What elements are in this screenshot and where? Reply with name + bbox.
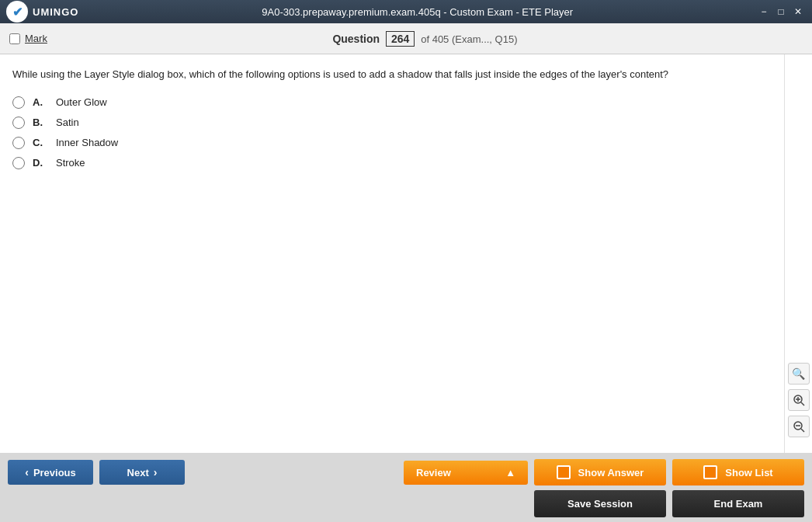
question-number: 264 (386, 31, 415, 47)
previous-label: Previous (33, 467, 76, 478)
restore-button[interactable]: □ (773, 4, 789, 19)
option-item-c[interactable]: C.Inner Shadow (12, 137, 772, 149)
logo-circle: ✔ (6, 1, 28, 23)
zoom-out-icon-button[interactable] (788, 416, 810, 437)
option-text-b: Satin (56, 117, 79, 128)
option-item-b[interactable]: B.Satin (12, 117, 772, 129)
show-list-label: Show List (725, 467, 772, 478)
option-text-a: Outer Glow (56, 96, 107, 108)
question-text: While using the Layer Style dialog box, … (12, 67, 772, 82)
option-text-c: Inner Shadow (56, 137, 118, 148)
save-session-button[interactable]: Save Session (534, 490, 666, 517)
question-label: Question (332, 33, 380, 45)
option-item-a[interactable]: A.Outer Glow (12, 96, 772, 109)
save-session-label: Save Session (567, 498, 633, 510)
logo-text: UMINGO (33, 6, 78, 18)
minimize-button[interactable]: − (756, 4, 772, 19)
logo-check-icon: ✔ (12, 5, 23, 19)
right-sidebar: 🔍 (784, 54, 812, 453)
mark-checkbox-input[interactable] (9, 33, 20, 44)
zoom-in-icon-button[interactable] (788, 389, 810, 411)
question-of-total: of 405 (Exam..., Q15) (421, 33, 517, 45)
show-list-button[interactable]: Show List (672, 459, 804, 485)
option-label-b: B. (33, 117, 48, 128)
main-area: While using the Layer Style dialog box, … (0, 54, 812, 453)
option-radio-c[interactable] (12, 137, 25, 149)
close-button[interactable]: ✕ (790, 4, 806, 19)
show-answer-button[interactable]: Show Answer (534, 459, 666, 485)
search-icon-button[interactable]: 🔍 (788, 363, 810, 385)
show-answer-icon (557, 465, 571, 479)
title-bar: ✔ UMINGO 9A0-303.prepaway.premium.exam.4… (0, 0, 812, 23)
question-info: Question 264 of 405 (Exam..., Q15) (47, 31, 803, 47)
next-label: Next (127, 467, 149, 478)
option-radio-b[interactable] (12, 117, 25, 129)
next-button[interactable]: Next › (99, 460, 185, 485)
options-list: A.Outer GlowB.SatinC.Inner ShadowD.Strok… (12, 96, 772, 169)
review-dropdown-icon: ▲ (505, 467, 515, 478)
mark-label: Mark (25, 33, 47, 44)
option-radio-d[interactable] (12, 157, 25, 169)
option-radio-a[interactable] (12, 96, 25, 109)
end-exam-button[interactable]: End Exam (672, 490, 804, 517)
bottom-row1: ‹ Previous Next › Review ▲ Show Answer S… (8, 459, 804, 485)
bottom-bar: ‹ Previous Next › Review ▲ Show Answer S… (0, 453, 812, 522)
review-label: Review (416, 467, 451, 478)
show-list-icon (703, 465, 717, 479)
svg-line-5 (801, 429, 804, 432)
option-label-c: C. (33, 137, 48, 148)
svg-line-1 (801, 402, 804, 405)
review-button[interactable]: Review ▲ (404, 461, 528, 485)
content-area: While using the Layer Style dialog box, … (0, 54, 784, 453)
header-bar: Mark Question 264 of 405 (Exam..., Q15) (0, 23, 812, 54)
logo: ✔ UMINGO (6, 1, 78, 23)
window-controls: − □ ✕ (756, 4, 806, 19)
prev-chevron-icon: ‹ (25, 466, 29, 478)
option-label-d: D. (33, 157, 48, 169)
mark-checkbox-label[interactable]: Mark (9, 33, 47, 44)
window-title: 9A0-303.prepaway.premium.exam.405q - Cus… (78, 6, 756, 18)
end-exam-label: End Exam (714, 498, 763, 510)
next-chevron-icon: › (154, 466, 158, 478)
option-text-d: Stroke (56, 157, 85, 169)
option-label-a: A. (33, 96, 48, 108)
show-answer-label: Show Answer (578, 467, 644, 478)
option-item-d[interactable]: D.Stroke (12, 157, 772, 169)
previous-button[interactable]: ‹ Previous (8, 460, 93, 485)
bottom-row2: Save Session End Exam (8, 490, 804, 517)
